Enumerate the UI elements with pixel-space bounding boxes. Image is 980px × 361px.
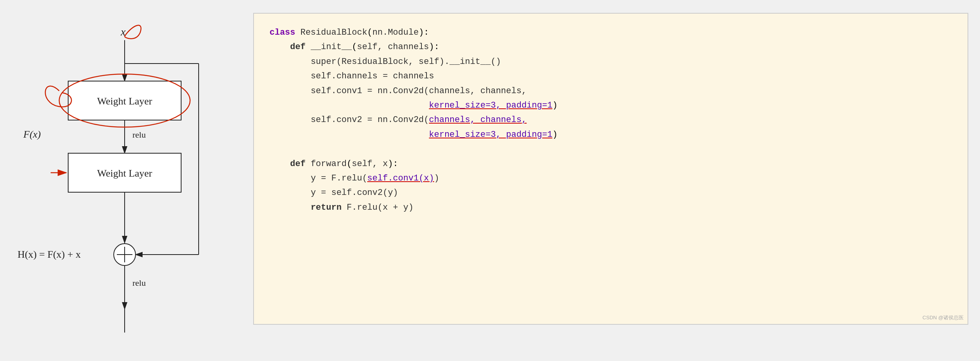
code-line-4: self.channels = channels [270,69,952,83]
main-container: x Weight Layer relu Weight Layer F(x) re… [0,5,980,356]
residual-block-diagram: x Weight Layer relu Weight Layer F(x) re… [12,13,238,348]
code-line-3: super(ResidualBlock, self).__init__() [270,55,952,69]
code-line-13: return F.relu(x + y) [270,200,952,215]
watermark: CSDN @诸侯总医 [922,313,964,322]
label-hx: H(x) = F(x) + x [18,249,81,260]
code-line-2: def __init__(self, channels): [270,40,952,54]
relu-label-2: relu [132,278,146,288]
code-line-10: def forward(self, x): [270,157,952,171]
label-fx: F(x) [23,129,41,140]
code-line-11: y = F.relu(self.conv1(x)) [270,171,952,186]
label-x: x [120,26,126,38]
code-line-8: kernel_size=3, padding=1) [270,127,952,142]
code-line-12: y = self.conv2(y) [270,186,952,200]
code-line-9 [270,142,952,156]
relu-label-1: relu [132,130,146,140]
weight-layer-2-label: Weight Layer [97,168,152,179]
code-line-6: kernel_size=3, padding=1) [270,98,952,113]
code-line-5: self.conv1 = nn.Conv2d(channels, channel… [270,84,952,98]
code-line-7: self.conv2 = nn.Conv2d(channels, channel… [270,113,952,127]
code-line-1: class ResidualBlock(nn.Module): [270,25,952,40]
code-panel: class ResidualBlock(nn.Module): def __in… [253,13,968,325]
weight-layer-1-label: Weight Layer [97,96,152,107]
